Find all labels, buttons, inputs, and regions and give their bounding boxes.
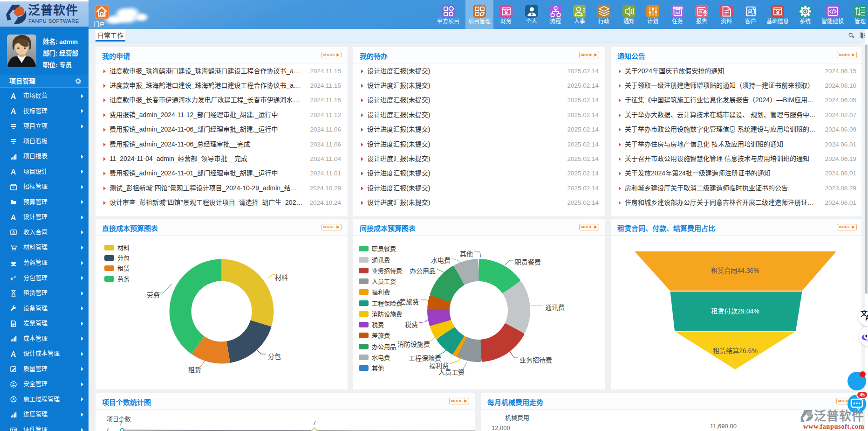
svg-text:租赁结算26.6%: 租赁结算26.6% [713, 347, 758, 355]
svg-text:A: A [865, 314, 868, 322]
svg-text:租赁合同44.36%: 租赁合同44.36% [711, 267, 759, 274]
svg-text:2: 2 [14, 275, 16, 279]
svg-text:x: x [10, 276, 14, 281]
svg-text:租赁付款29.04%: 租赁付款29.04% [711, 307, 759, 315]
svg-text:0: 0 [12, 230, 14, 235]
